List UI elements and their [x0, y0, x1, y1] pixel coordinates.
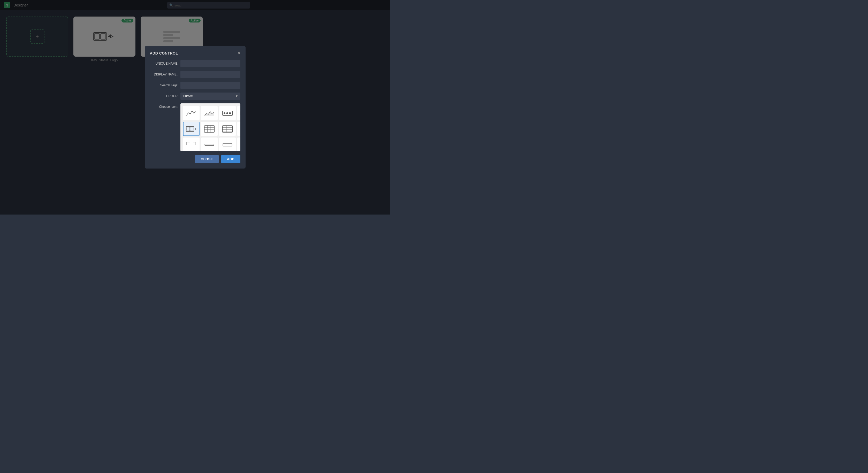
- stack-list-icon: [240, 124, 240, 134]
- svg-rect-17: [187, 127, 190, 130]
- status-bar-icon: [222, 108, 233, 118]
- icon-cell-1[interactable]: [183, 106, 199, 120]
- icon-grid: [183, 106, 238, 151]
- grid-panel-icon: [204, 124, 215, 134]
- display-name-label: DISPLAY NAME :: [150, 73, 178, 76]
- close-button[interactable]: CLOSE: [195, 155, 219, 163]
- group-label: GROUP:: [150, 94, 178, 98]
- svg-rect-21: [204, 125, 214, 132]
- svg-rect-34: [205, 144, 214, 145]
- h-line3-icon: [240, 140, 240, 149]
- icon-cell-6[interactable]: [201, 122, 218, 136]
- search-tags-row: Search Tags:: [150, 82, 240, 89]
- icon-cell-12[interactable]: [237, 137, 240, 151]
- key-status-icon: [186, 124, 197, 134]
- group-row: GROUP: Custom Standard ▼: [150, 93, 240, 100]
- modal-footer: CLOSE ADD: [150, 155, 240, 163]
- h-line2-icon: [222, 140, 233, 149]
- modal-overlay: ADD CONTROL × UNIQUE NAME: DISPLAY NAME …: [0, 0, 390, 215]
- grid-panel2-icon: [222, 124, 233, 134]
- svg-point-9: [226, 112, 228, 114]
- group-select[interactable]: Custom Standard: [180, 93, 240, 100]
- icon-cell-3[interactable]: [219, 106, 236, 120]
- icon-grid-container[interactable]: [180, 103, 240, 151]
- search-tags-label: Search Tags:: [150, 84, 178, 87]
- display-name-input[interactable]: [180, 71, 240, 78]
- svg-point-8: [224, 112, 225, 114]
- area-chart-icon: [204, 108, 215, 118]
- modal-header: ADD CONTROL ×: [150, 51, 240, 55]
- display-name-row: DISPLAY NAME :: [150, 71, 240, 78]
- add-control-modal: ADD CONTROL × UNIQUE NAME: DISPLAY NAME …: [145, 46, 246, 168]
- icon-cell-9[interactable]: [183, 137, 199, 151]
- unique-name-input[interactable]: [180, 60, 240, 67]
- modal-close-x-button[interactable]: ×: [238, 51, 240, 55]
- search-tags-input[interactable]: [180, 82, 240, 89]
- svg-rect-18: [190, 127, 193, 130]
- group-select-wrapper: Custom Standard ▼: [180, 93, 240, 100]
- arrow-button-icon: [240, 108, 240, 118]
- icon-cell-8[interactable]: [237, 122, 240, 136]
- icon-cell-11[interactable]: [219, 137, 236, 151]
- svg-rect-35: [223, 143, 232, 146]
- icon-cell-4[interactable]: [237, 106, 240, 120]
- unique-name-label: UNIQUE NAME:: [150, 62, 178, 65]
- icon-cell-5[interactable]: [183, 122, 199, 136]
- corner-frame-icon: [186, 140, 197, 149]
- line-chart-icon: [186, 108, 197, 118]
- unique-name-row: UNIQUE NAME:: [150, 60, 240, 67]
- svg-marker-12: [232, 111, 233, 112]
- icon-cell-2[interactable]: [201, 106, 218, 120]
- h-line1-icon: [204, 140, 215, 149]
- svg-point-10: [229, 112, 231, 114]
- icon-cell-7[interactable]: [219, 122, 236, 136]
- choose-icon-row: Choose Icon :: [150, 103, 240, 151]
- add-button[interactable]: ADD: [221, 155, 240, 163]
- icon-cell-10[interactable]: [201, 137, 218, 151]
- choose-icon-label: Choose Icon :: [150, 103, 178, 151]
- modal-title: ADD CONTROL: [150, 51, 178, 55]
